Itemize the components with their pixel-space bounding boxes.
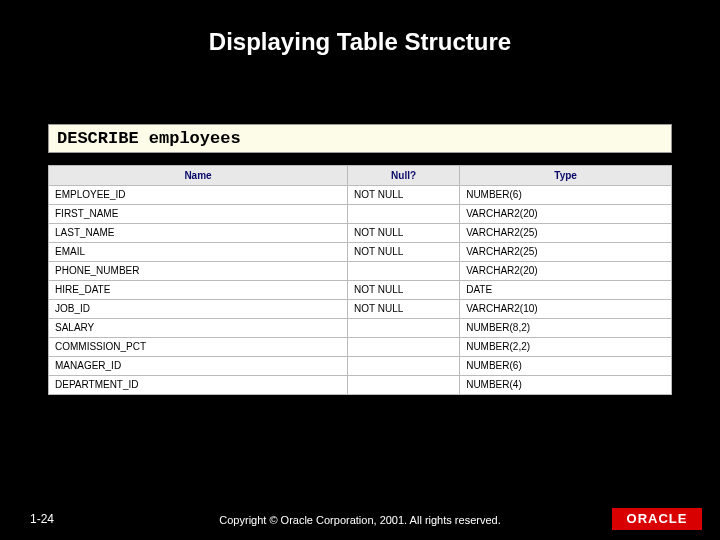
cell-null: NOT NULL xyxy=(348,243,460,262)
cell-name: HIRE_DATE xyxy=(49,281,348,300)
table-row: JOB_IDNOT NULLVARCHAR2(10) xyxy=(49,300,672,319)
cell-type: DATE xyxy=(460,281,672,300)
cell-null xyxy=(348,338,460,357)
cell-type: VARCHAR2(20) xyxy=(460,262,672,281)
cell-null: NOT NULL xyxy=(348,281,460,300)
cell-null: NOT NULL xyxy=(348,300,460,319)
cell-type: NUMBER(6) xyxy=(460,357,672,376)
cell-null xyxy=(348,262,460,281)
cell-name: DEPARTMENT_ID xyxy=(49,376,348,395)
cell-name: COMMISSION_PCT xyxy=(49,338,348,357)
cell-null xyxy=(348,376,460,395)
col-header-null: Null? xyxy=(348,166,460,186)
cell-type: NUMBER(4) xyxy=(460,376,672,395)
cell-null xyxy=(348,205,460,224)
cell-name: FIRST_NAME xyxy=(49,205,348,224)
cell-type: NUMBER(6) xyxy=(460,186,672,205)
table-row: DEPARTMENT_IDNUMBER(4) xyxy=(49,376,672,395)
cell-type: NUMBER(8,2) xyxy=(460,319,672,338)
cell-name: JOB_ID xyxy=(49,300,348,319)
table-row: COMMISSION_PCTNUMBER(2,2) xyxy=(49,338,672,357)
col-header-type: Type xyxy=(460,166,672,186)
cell-null xyxy=(348,357,460,376)
content-area: DESCRIBE employees Name Null? Type EMPLO… xyxy=(48,124,672,395)
table-row: EMPLOYEE_IDNOT NULLNUMBER(6) xyxy=(49,186,672,205)
table-row: FIRST_NAMEVARCHAR2(20) xyxy=(49,205,672,224)
cell-type: NUMBER(2,2) xyxy=(460,338,672,357)
cell-type: VARCHAR2(10) xyxy=(460,300,672,319)
cell-name: SALARY xyxy=(49,319,348,338)
cell-null: NOT NULL xyxy=(348,224,460,243)
cell-name: PHONE_NUMBER xyxy=(49,262,348,281)
cell-name: MANAGER_ID xyxy=(49,357,348,376)
sql-command: DESCRIBE employees xyxy=(48,124,672,153)
cell-null xyxy=(348,319,460,338)
cell-type: VARCHAR2(20) xyxy=(460,205,672,224)
oracle-logo: ORACLE xyxy=(612,508,702,530)
cell-name: LAST_NAME xyxy=(49,224,348,243)
slide-title: Displaying Table Structure xyxy=(60,0,660,74)
cell-name: EMAIL xyxy=(49,243,348,262)
cell-type: VARCHAR2(25) xyxy=(460,243,672,262)
table-row: LAST_NAMENOT NULLVARCHAR2(25) xyxy=(49,224,672,243)
table-header-row: Name Null? Type xyxy=(49,166,672,186)
table-row: PHONE_NUMBERVARCHAR2(20) xyxy=(49,262,672,281)
structure-table: Name Null? Type EMPLOYEE_IDNOT NULLNUMBE… xyxy=(48,165,672,395)
cell-name: EMPLOYEE_ID xyxy=(49,186,348,205)
table-row: MANAGER_IDNUMBER(6) xyxy=(49,357,672,376)
footer: 1-24 Copyright © Oracle Corporation, 200… xyxy=(0,500,720,530)
cell-type: VARCHAR2(25) xyxy=(460,224,672,243)
col-header-name: Name xyxy=(49,166,348,186)
table-row: EMAILNOT NULLVARCHAR2(25) xyxy=(49,243,672,262)
table-row: HIRE_DATENOT NULLDATE xyxy=(49,281,672,300)
table-row: SALARYNUMBER(8,2) xyxy=(49,319,672,338)
cell-null: NOT NULL xyxy=(348,186,460,205)
